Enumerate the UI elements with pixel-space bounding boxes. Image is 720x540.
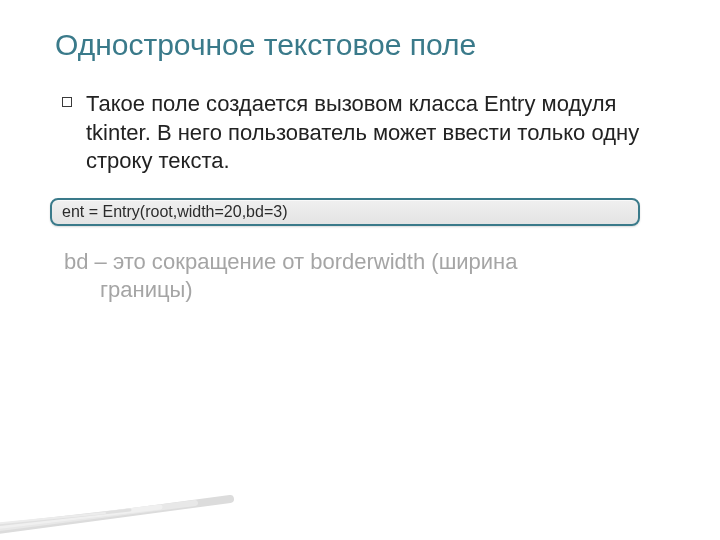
bullet-text: Такое поле создается вызовом класса Entr… [86, 90, 670, 176]
svg-line-1 [0, 503, 195, 533]
code-text: ent = Entry(root,width=20,bd=3) [62, 203, 287, 220]
bullet-box-icon [62, 97, 72, 107]
svg-line-2 [0, 507, 160, 531]
decorative-lines-icon [0, 493, 240, 538]
svg-line-3 [0, 510, 130, 529]
code-box: ent = Entry(root,width=20,bd=3) [50, 198, 640, 226]
note-line-1: bd – это сокращение от borderwidth (шири… [64, 249, 517, 274]
note-line-2: границы) [64, 277, 193, 302]
svg-line-0 [0, 499, 230, 535]
slide-title: Однострочное текстовое поле [0, 0, 720, 72]
bullet-item: Такое поле создается вызовом класса Entr… [50, 90, 670, 176]
note-text: bd – это сокращение от borderwidth (шири… [50, 248, 670, 305]
svg-line-4 [0, 513, 105, 527]
slide-content: Такое поле создается вызовом класса Entr… [0, 72, 720, 305]
